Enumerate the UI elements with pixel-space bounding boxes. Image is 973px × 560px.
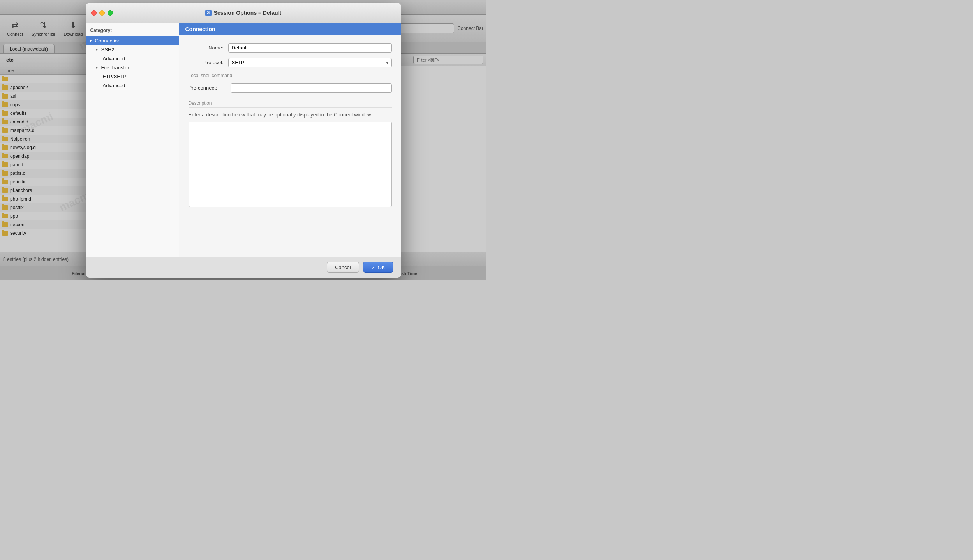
category-panel: Category: ▼ Connection ▼ SSH2 Advanced [86, 23, 179, 257]
tree-label-ftp-sftp: FTP/SFTP [103, 74, 127, 79]
tree-arrow-file-transfer: ▼ [95, 65, 100, 70]
tree-label-ssh2: SSH2 [101, 47, 115, 53]
content-header: Connection [179, 23, 401, 35]
pre-connect-label: Pre-connect: [189, 85, 227, 91]
session-options-dialog: S Session Options – Default Category: ▼ … [86, 3, 401, 278]
dialog-body: Category: ▼ Connection ▼ SSH2 Advanced [86, 23, 401, 257]
tree-arrow-connection: ▼ [89, 39, 93, 43]
dialog-titlebar: S Session Options – Default [86, 3, 401, 23]
dialog-overlay: S Session Options – Default Category: ▼ … [0, 0, 486, 280]
tree-item-ssh2[interactable]: ▼ SSH2 [86, 45, 179, 54]
dialog-footer: Cancel ✓ OK [86, 257, 401, 278]
app-window: macmi macmi macmi S SecureFX ⇄ Connect ⇅… [0, 0, 486, 280]
close-button[interactable] [91, 10, 97, 16]
ok-label: OK [378, 264, 385, 270]
name-input[interactable] [228, 43, 392, 53]
minimize-button[interactable] [99, 10, 105, 16]
dialog-title-text: Session Options – Default [214, 10, 281, 16]
protocol-label: Protocol: [189, 60, 224, 65]
protocol-select-wrap: SFTP FTP SCP SSH ▼ [228, 58, 392, 67]
tree-label-file-transfer: File Transfer [101, 65, 129, 70]
local-shell-label: Local shell command [189, 73, 392, 80]
ok-button[interactable]: ✓ OK [363, 262, 393, 273]
name-label: Name: [189, 45, 224, 51]
protocol-row: Protocol: SFTP FTP SCP SSH ▼ [189, 58, 392, 67]
content-body: Name: Protocol: SFTP FTP SCP [179, 35, 401, 257]
content-panel: Connection Name: Protocol: [179, 23, 401, 257]
tree-item-file-transfer[interactable]: ▼ File Transfer [86, 63, 179, 72]
dialog-title: S Session Options – Default [91, 10, 396, 16]
tree-item-ftp-sftp[interactable]: FTP/SFTP [86, 72, 179, 81]
category-label: Category: [86, 26, 179, 36]
description-label: Description [189, 100, 392, 108]
tree-label-connection: Connection [95, 38, 121, 44]
pre-connect-row: Pre-connect: [189, 83, 392, 93]
name-row: Name: [189, 43, 392, 53]
tree-arrow-ssh2: ▼ [95, 48, 100, 52]
dialog-title-icon: S [205, 10, 212, 16]
tree-item-advanced2[interactable]: Advanced [86, 81, 179, 90]
protocol-select[interactable]: SFTP FTP SCP SSH [228, 58, 392, 67]
cancel-button[interactable]: Cancel [327, 262, 359, 273]
tree-item-advanced[interactable]: Advanced [86, 54, 179, 63]
traffic-lights [91, 10, 113, 16]
maximize-button[interactable] [108, 10, 113, 16]
content-title: Connection [185, 26, 215, 32]
tree-label-advanced: Advanced [103, 56, 125, 62]
tree-label-advanced2: Advanced [103, 83, 125, 88]
description-textarea[interactable] [189, 122, 392, 207]
pre-connect-input[interactable] [231, 83, 392, 93]
tree-item-connection[interactable]: ▼ Connection [86, 36, 179, 45]
description-hint: Enter a description below that may be op… [189, 111, 392, 119]
ok-icon: ✓ [371, 264, 375, 270]
